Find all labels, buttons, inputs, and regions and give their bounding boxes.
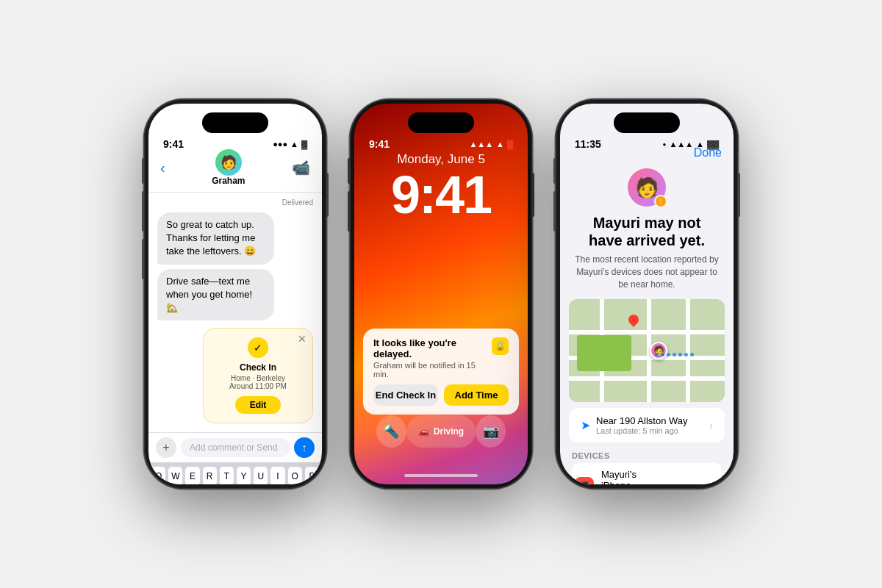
chevron-icon-iphone: ›: [715, 483, 719, 484]
map-park: [577, 335, 631, 371]
contact-avatar: 🧑: [215, 149, 242, 176]
message-bubble-1: So great to catch up. Thanks for letting…: [157, 212, 274, 265]
status-time-2: 9:41: [369, 138, 390, 150]
driving-icon: 🚗: [418, 426, 429, 437]
device-name-iphone: Mayuri's iPhone: [601, 469, 667, 484]
flashlight-control[interactable]: 🔦: [376, 415, 406, 448]
person-alert-badge: !: [654, 195, 667, 208]
end-check-in-button[interactable]: End Check In: [373, 384, 438, 406]
key-y[interactable]: Y: [237, 467, 251, 484]
lockscreen-date: Monday, June 5: [354, 152, 528, 167]
notif-text: It looks like you're delayed. Graham wil…: [373, 337, 492, 379]
message-bubble-2: Drive safe—text me when you get home! 🏡: [157, 269, 274, 321]
dynamic-island-2: [408, 112, 474, 133]
camera-control[interactable]: 📷: [476, 415, 506, 448]
driving-label: Driving: [434, 426, 464, 437]
dot-4: [673, 353, 676, 356]
status-icons-3: ● ▲▲▲ ▲ ▓▓: [663, 140, 719, 148]
location-icon: ➤: [581, 418, 590, 432]
input-placeholder: Add comment or Send: [190, 442, 277, 453]
contact-info[interactable]: 🧑 Graham: [212, 149, 245, 186]
map-person-pin: 🧑: [650, 342, 667, 359]
map-road-v3: [686, 299, 690, 402]
device-icon-iphone: 📱: [575, 477, 594, 484]
notif-header: It looks like you're delayed. Graham wil…: [373, 337, 509, 379]
notif-icon: 🔒: [492, 337, 509, 355]
battery-icon-1: ▓: [301, 140, 307, 148]
key-p[interactable]: P: [305, 467, 319, 484]
devices-list: 📱 Mayuri's iPhone Last unlock: 5 min ago…: [572, 463, 722, 484]
check-in-close-button[interactable]: ✕: [298, 333, 306, 345]
key-q[interactable]: Q: [151, 467, 165, 484]
phones-container: 9:41 ●●● ▲ ▓ ‹ 🧑 Graham 📹 Delivered: [144, 99, 738, 489]
location-chevron-icon: ›: [709, 420, 713, 431]
check-in-detail: Home · BerkeleyAround 11:00 PM: [212, 374, 304, 390]
send-button[interactable]: ↑: [294, 437, 315, 458]
device-row-iphone[interactable]: 📱 Mayuri's iPhone Last unlock: 5 min ago…: [572, 463, 722, 484]
signal-icon-2: ▲▲▲: [469, 140, 493, 148]
add-attachment-button[interactable]: +: [156, 437, 176, 458]
findmy-map[interactable]: 🧑: [569, 299, 725, 402]
driving-mode-control[interactable]: 🚗 Driving: [406, 415, 476, 448]
key-r[interactable]: R: [203, 467, 217, 484]
messages-body: Delivered So great to catch up. Thanks f…: [148, 193, 322, 432]
device-battery-iphone: ▲ ▲▲▲ ▓▓ ›: [667, 483, 719, 484]
key-o[interactable]: O: [288, 467, 302, 484]
keyboard: Q W E R T Y U I O P A S D F G H: [148, 462, 322, 484]
status-icons-2: ▲▲▲ ▲ ▓: [469, 140, 513, 148]
keyboard-row-1: Q W E R T Y U I O P: [151, 467, 319, 484]
wifi-icon-2: ▲: [496, 140, 504, 148]
check-in-title: Check In: [212, 362, 304, 373]
phone-messages: 9:41 ●●● ▲ ▓ ‹ 🧑 Graham 📹 Delivered: [144, 99, 326, 489]
notif-subtitle: Graham will be notified in 15 min.: [373, 361, 492, 379]
notif-title: It looks like you're delayed.: [373, 337, 492, 359]
devices-label: DEVICES: [572, 451, 722, 460]
key-u[interactable]: U: [254, 467, 268, 484]
dot-6: [684, 353, 688, 356]
status-time-1: 9:41: [163, 138, 184, 150]
key-e[interactable]: E: [185, 467, 199, 484]
key-i[interactable]: I: [270, 467, 284, 484]
battery-icon-2: ▓: [507, 140, 513, 148]
home-indicator-2: [404, 474, 478, 477]
messages-screen: 9:41 ●●● ▲ ▓ ‹ 🧑 Graham 📹 Delivered: [148, 104, 322, 484]
contact-name: Graham: [212, 176, 245, 186]
status-icons-1: ●●● ▲ ▓: [273, 140, 307, 148]
key-w[interactable]: W: [168, 467, 182, 484]
check-in-edit-button[interactable]: Edit: [235, 396, 282, 414]
notif-actions: End Check In Add Time: [373, 384, 509, 406]
key-t[interactable]: T: [220, 467, 234, 484]
findmy-alert-subtitle: The most recent location reported by May…: [575, 254, 719, 290]
location-address: Near 190 Allston Way: [596, 415, 709, 426]
dot-3: [667, 353, 670, 356]
findmy-devices-section: DEVICES 📱 Mayuri's iPhone Last unlock: 5…: [560, 442, 734, 484]
lockscreen-controls: 🔦 🚗 Driving 📷: [354, 415, 528, 448]
status-time-3: 11:35: [575, 138, 601, 150]
lockscreen-time: 9:41: [354, 168, 528, 221]
message-input-field[interactable]: Add comment or Send: [181, 438, 290, 457]
person-avatar: 🧑 !: [628, 168, 666, 207]
findmy-screen: 11:35 ● ▲▲▲ ▲ ▓▓ Done 🧑 ! Mayuri may not…: [560, 104, 734, 484]
check-in-icon: ✓: [248, 337, 268, 358]
video-call-icon[interactable]: 📹: [292, 159, 310, 176]
dot-7: [690, 353, 694, 356]
battery-icon-3: ▓▓: [707, 140, 719, 148]
message-input-bar: + Add comment or Send ↑: [148, 432, 322, 462]
dynamic-island-3: [614, 112, 680, 133]
location-time: Last update: 5 min ago: [596, 426, 709, 435]
signal-icon-3: ▲▲▲: [669, 140, 693, 148]
messages-header: ‹ 🧑 Graham 📹: [148, 146, 322, 193]
add-time-button[interactable]: Add Time: [444, 384, 509, 406]
location-text: Near 190 Allston Way Last update: 5 min …: [596, 415, 709, 435]
phone-lockscreen: 9:41 ▲▲▲ ▲ ▓ Monday, June 5 9:41 It look…: [350, 99, 532, 489]
dot-1: [655, 353, 659, 356]
notification-card: It looks like you're delayed. Graham wil…: [363, 329, 519, 415]
location-row[interactable]: ➤ Near 190 Allston Way Last update: 5 mi…: [569, 408, 725, 442]
back-button[interactable]: ‹: [160, 159, 165, 176]
dot-icon-3: ●: [663, 141, 667, 148]
map-route-dots: [655, 353, 694, 356]
dot-5: [678, 353, 682, 356]
findmy-person-section: 🧑 ! Mayuri may not have arrived yet. The…: [560, 165, 734, 299]
dot-2: [661, 353, 664, 356]
device-info-iphone: Mayuri's iPhone Last unlock: 5 min ago: [601, 469, 667, 484]
